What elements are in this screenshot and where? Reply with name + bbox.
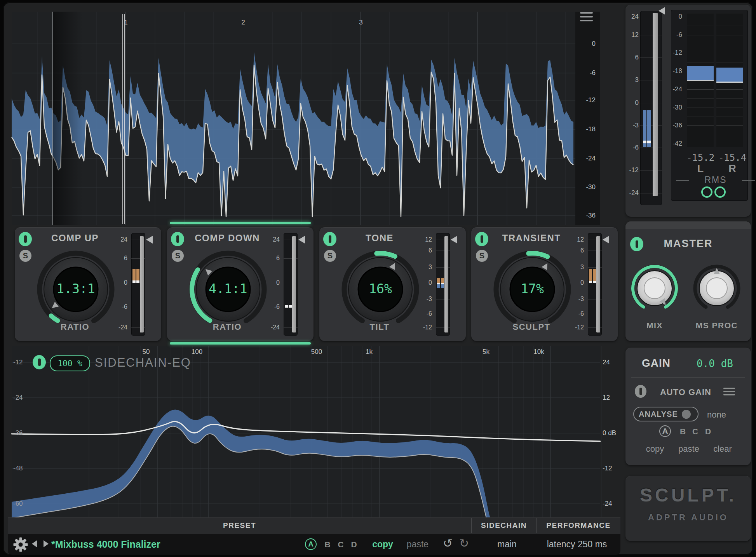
module-meter-scale-label: 6: [401, 247, 432, 254]
brand-logo: ADPTR AUDIO: [625, 512, 751, 522]
menu-icon[interactable]: [580, 12, 593, 21]
mix-knob[interactable]: [627, 261, 682, 315]
waveform-bar-label: 2: [237, 19, 249, 26]
module-solo-button[interactable]: S: [476, 250, 488, 262]
gain-slot-c[interactable]: C: [692, 427, 698, 436]
preset-next-button[interactable]: [44, 540, 49, 547]
module-meter-bar: [289, 305, 292, 308]
module-meter-marker[interactable]: [451, 236, 457, 244]
eq-freq-label: 1k: [357, 348, 381, 356]
gain-value[interactable]: 0.0 dB: [684, 358, 746, 369]
gain-action-copy[interactable]: copy: [640, 444, 670, 454]
module-solo-button[interactable]: S: [19, 250, 31, 262]
eq-freq-label: 100: [185, 348, 209, 356]
channel-label-left: L: [684, 165, 717, 172]
logo-panel: SCULPT. ADPTR AUDIO: [625, 476, 751, 541]
lr-meter-scale-label: -18: [669, 67, 682, 75]
module-meter-scale-label: -6: [249, 303, 280, 311]
output-gain-scale-label: 3: [623, 76, 639, 84]
module-meter-bar: [441, 278, 444, 283]
tab-sidechain[interactable]: SIDECHAIN: [472, 517, 536, 534]
gain-label: GAIN: [642, 357, 671, 369]
module-meter-slider[interactable]: [140, 236, 144, 332]
module-meter-bar: [132, 280, 136, 283]
waveform-db-label: -30: [575, 183, 596, 191]
output-gain-scale-label: -12: [623, 166, 639, 174]
module-meter-bar: [593, 269, 596, 281]
msproc-knob[interactable]: [690, 261, 744, 315]
preset-name[interactable]: *Mixbuss 4000 Finalizer: [51, 539, 160, 550]
analyse-button[interactable]: ANALYSE: [633, 407, 699, 421]
module-comp-down: SCOMP DOWN4.1:1RATIO2460-6-24: [167, 227, 314, 341]
waveform-db-label: -24: [575, 155, 596, 162]
module-meter-slider[interactable]: [444, 236, 448, 332]
gain-slot-d[interactable]: D: [705, 427, 711, 436]
tab-performance[interactable]: PERFORMANCE: [537, 517, 620, 534]
gain-action-paste[interactable]: paste: [674, 444, 704, 454]
waveform-plot: [12, 12, 575, 225]
rms-value-left: -15.2: [684, 154, 717, 162]
output-gain-slider[interactable]: [653, 13, 658, 196]
waveform-db-scale: 0-6-12-18-24-30-36: [575, 12, 600, 225]
slot-b[interactable]: B: [322, 540, 333, 549]
output-gain-scale-label: -3: [623, 122, 639, 129]
auto-gain-menu-icon[interactable]: [723, 388, 735, 395]
waveform-db-label: -36: [575, 212, 596, 219]
module-meter-marker[interactable]: [603, 236, 609, 244]
redo-icon[interactable]: ↻: [459, 536, 469, 550]
module-meter-slider[interactable]: [596, 236, 600, 332]
module-meter-scale-label: -12: [553, 324, 584, 331]
module-meter-scale-label: 3: [553, 263, 584, 271]
module-meter-marker[interactable]: [298, 236, 305, 244]
module-meter-scale-label: 6: [96, 254, 127, 262]
eq-left-scale-label: -48: [13, 465, 23, 472]
settings-gear-icon[interactable]: [13, 537, 28, 552]
output-gain-scale-label: 24: [623, 13, 639, 21]
stereo-link-icon[interactable]: [701, 186, 726, 198]
sidechain-eq-power-button[interactable]: [33, 355, 46, 369]
slot-a[interactable]: A: [305, 538, 317, 550]
gain-slot-b[interactable]: B: [680, 427, 686, 436]
module-solo-button[interactable]: S: [324, 250, 336, 262]
bottom-bar: *Mixbuss 4000 Finalizer ABCD copy paste …: [8, 534, 620, 555]
rms-value-right: -15.4: [716, 154, 749, 162]
tab-preset-label: PRESET: [223, 521, 256, 530]
module-meter-scale-label: -6: [401, 310, 432, 318]
analyse-source-value[interactable]: none: [707, 410, 726, 420]
analyse-toggle: [682, 410, 691, 419]
slot-d[interactable]: D: [348, 540, 360, 549]
module-meter-scale-label: 0: [401, 279, 432, 287]
gain-slider-marker[interactable]: [658, 7, 665, 15]
module-meter-bar: [589, 269, 592, 281]
module-meter-scale-label: -6: [553, 310, 584, 318]
module-meter-scale-label: 3: [401, 263, 432, 271]
copy-button[interactable]: copy: [365, 539, 400, 550]
gain-slot-a[interactable]: A: [659, 425, 671, 437]
waveform-db-label: -12: [575, 96, 596, 104]
preset-prev-button[interactable]: [32, 540, 37, 547]
lr-meter-column: [687, 14, 714, 147]
module-meter-scale-label: 12: [553, 236, 584, 244]
waveform-bar-label: 1: [120, 19, 132, 26]
rms-divider-left: [676, 180, 689, 181]
channel-label-right: R: [716, 165, 749, 172]
module-meter-marker[interactable]: [146, 236, 153, 244]
analyse-label: ANALYSE: [639, 410, 678, 419]
gain-action-clear[interactable]: clear: [708, 444, 737, 454]
eq-freq-label: 50: [134, 348, 158, 356]
slot-c[interactable]: C: [335, 540, 347, 549]
tab-performance-label: PERFORMANCE: [546, 521, 610, 530]
paste-button[interactable]: paste: [400, 539, 435, 550]
module-meter-scale-label: -3: [553, 295, 584, 303]
sidechain-eq-amount[interactable]: 100 %: [50, 355, 90, 371]
undo-icon[interactable]: ↺: [443, 536, 453, 550]
eq-right-scale-label: 0 dB: [603, 429, 616, 437]
auto-gain-power-button[interactable]: [635, 385, 646, 398]
tab-preset[interactable]: PRESET: [8, 517, 471, 534]
module-select-bar-bottom: [170, 342, 311, 345]
main-selector[interactable]: main: [486, 539, 528, 550]
output-gain-scale-label: 12: [623, 31, 639, 39]
module-meter-scale-label: -3: [401, 295, 432, 303]
module-solo-button[interactable]: S: [172, 250, 184, 262]
module-meter-slider[interactable]: [292, 236, 296, 332]
